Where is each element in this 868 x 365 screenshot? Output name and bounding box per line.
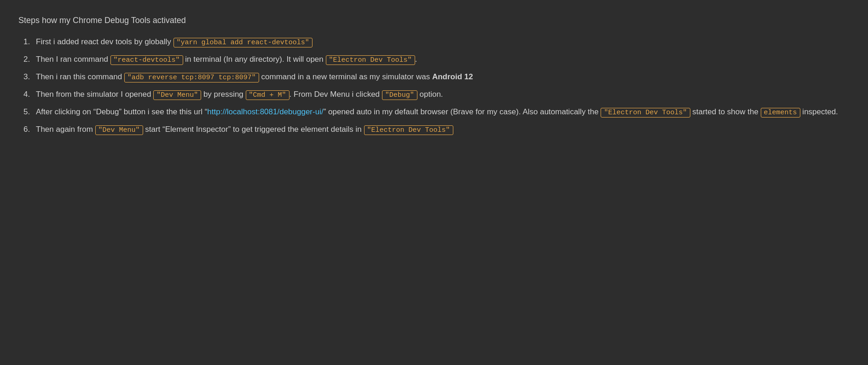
item-6-text-middle: start “Element Inspector” to get trigger… xyxy=(143,125,364,134)
item-2-text-before: Then I ran command xyxy=(36,55,110,64)
item-4-text-middle2: . From Dev Menu i clicked xyxy=(289,90,382,99)
item-1-code1: "yarn global add react-devtools" xyxy=(174,38,312,47)
list-item: First i added react dev tools by globall… xyxy=(32,35,850,48)
page-title: Steps how my Chrome Debug Tools activate… xyxy=(18,14,850,27)
item-2-text-middle: in terminal (In any directory). It will … xyxy=(183,55,326,64)
item-2-code1: "react-devtools" xyxy=(110,55,183,65)
item-5-code1: "Electron Dev Tools" xyxy=(601,108,690,118)
item-5-code2: elements xyxy=(761,108,800,118)
item-2-code2: "Electron Dev Tools" xyxy=(326,55,415,65)
item-5-text-middle2: started to show the xyxy=(690,107,761,116)
item-2-text-after: . xyxy=(415,55,417,64)
list-item: Then i ran this command "adb reverse tcp… xyxy=(32,71,850,83)
item-3-text-middle: command in a new terminal as my simulato… xyxy=(259,72,432,81)
item-1-text-before: First i added react dev tools by globall… xyxy=(36,37,174,46)
item-6-code1: "Dev Menu" xyxy=(95,125,143,135)
item-5-text-before: After clicking on “Debug” button i see t… xyxy=(36,107,207,116)
item-3-text-before: Then i ran this command xyxy=(36,72,124,81)
item-4-text-middle: by pressing xyxy=(201,90,245,99)
item-6-text-before: Then again from xyxy=(36,125,95,134)
item-3-bold: Android 12 xyxy=(432,72,473,81)
item-4-code3: "Debug" xyxy=(382,90,417,100)
steps-list: First i added react dev tools by globall… xyxy=(18,35,850,136)
item-5-link[interactable]: http://localhost:8081/debugger-ui/ xyxy=(207,107,323,116)
item-3-code1: "adb reverse tcp:8097 tcp:8097" xyxy=(124,73,259,82)
list-item: Then I ran command "react-devtools" in t… xyxy=(32,53,850,66)
item-6-code2: "Electron Dev Tools" xyxy=(364,125,453,135)
list-item: Then from the simulator I opened "Dev Me… xyxy=(32,88,850,101)
item-4-text-after: option. xyxy=(417,90,443,99)
item-5-text-middle: ” opened auto in my default browser (Bra… xyxy=(324,107,601,116)
item-4-code1: "Dev Menu" xyxy=(153,90,201,100)
item-5-text-after: inspected. xyxy=(800,107,838,116)
item-4-text-before: Then from the simulator I opened xyxy=(36,90,153,99)
list-item: After clicking on “Debug” button i see t… xyxy=(32,106,850,118)
list-item: Then again from "Dev Menu" start “Elemen… xyxy=(32,123,850,136)
item-4-code2: "Cmd + M" xyxy=(246,90,289,100)
